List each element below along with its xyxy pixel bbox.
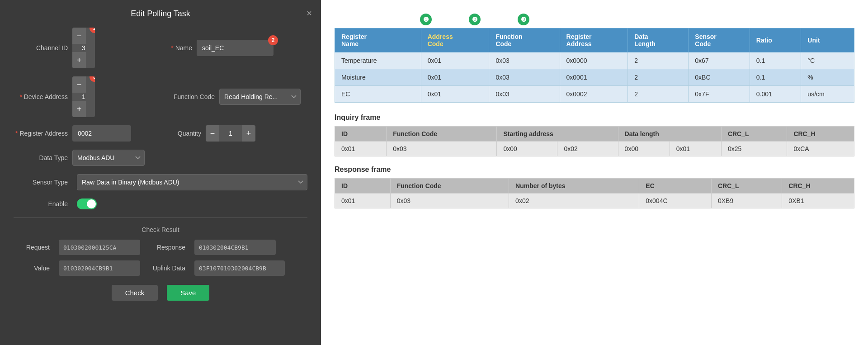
- response-input[interactable]: [194, 240, 276, 255]
- inq-col-start: Starting address: [497, 127, 618, 142]
- ref-unit-temp: °C: [801, 52, 854, 69]
- response-frame-title: Response frame: [335, 165, 854, 174]
- ref-addr-ec: 0x01: [421, 86, 489, 103]
- register-address-col: Register Address: [14, 125, 156, 142]
- ref-col-data-length: DataLength: [628, 28, 689, 52]
- inq-crcl: 0x25: [721, 142, 787, 156]
- device-address-value[interactable]: [72, 93, 95, 100]
- channel-id-input: − + 1: [72, 28, 95, 68]
- data-type-wrapper: Modbus ADU: [72, 150, 145, 166]
- quantity-value[interactable]: [219, 130, 242, 137]
- inq-col-func: Function Code: [387, 127, 497, 142]
- function-code-select[interactable]: Read Holding Re...: [219, 89, 301, 105]
- channel-id-decrement[interactable]: −: [72, 28, 86, 44]
- ref-table-head: RegisterName AddressCode FunctionCode Re…: [335, 28, 854, 52]
- ref-sensor-ec: 0x7F: [689, 86, 750, 103]
- ref-unit-ec: us/cm: [801, 86, 854, 103]
- device-address-col: Device Address − + 3: [14, 76, 156, 117]
- device-address-decrement[interactable]: −: [72, 76, 86, 93]
- enable-row: Enable: [14, 198, 307, 209]
- annotation-col2: ❶: [401, 14, 450, 25]
- close-button[interactable]: ×: [307, 8, 312, 19]
- annotation-row: ❶ ❷ ❸: [335, 14, 854, 25]
- inq-col-crcl: CRC_L: [721, 127, 787, 142]
- response-data-row: 0x01 0x03 0x02 0x004C 0XB9 0XB1: [335, 194, 854, 208]
- request-row: Request Response: [14, 240, 307, 255]
- response-label: Response: [149, 244, 185, 251]
- resp-col-crcl: CRC_L: [711, 179, 782, 194]
- ref-sensor-moisture: 0xBC: [689, 69, 750, 86]
- function-code-col: Function Code Read Holding Re...: [165, 89, 307, 105]
- ref-reg-moisture: 0x0001: [560, 69, 628, 86]
- uplink-input[interactable]: [194, 260, 285, 276]
- ref-func-moisture: 0x03: [489, 69, 560, 86]
- register-address-label: Register Address: [14, 130, 68, 137]
- annotation-circle-1: ❶: [420, 14, 432, 25]
- inq-len-1: 0x00: [618, 142, 670, 156]
- right-panel: ❶ ❷ ❸ RegisterName AddressCode FunctionC…: [321, 0, 868, 345]
- response-frame-body: 0x01 0x03 0x02 0x004C 0XB9 0XB1: [335, 194, 854, 208]
- check-button[interactable]: Check: [112, 285, 158, 301]
- enable-label: Enable: [14, 200, 68, 208]
- data-type-row: Data Type Modbus ADU: [14, 150, 307, 166]
- name-label: * Name: [165, 44, 192, 52]
- annotation-1: 1: [90, 28, 95, 33]
- ref-reg-ec: 0x0002: [560, 86, 628, 103]
- function-code-wrapper: Read Holding Re...: [219, 89, 301, 105]
- save-button[interactable]: Save: [167, 285, 209, 301]
- request-input[interactable]: [59, 240, 140, 255]
- channel-id-value[interactable]: [72, 44, 95, 52]
- inq-col-id: ID: [335, 127, 387, 142]
- modal-panel: Edit Polling Task × Channel ID − + 1 * N…: [0, 0, 321, 345]
- channel-id-row: Channel ID − + 1 * Name 2: [14, 28, 307, 68]
- sensor-type-select[interactable]: Raw Data in Binary (Modbus ADU): [77, 174, 307, 190]
- ref-col-name: RegisterName: [335, 28, 421, 52]
- value-input[interactable]: [59, 260, 140, 276]
- inq-start-1: 0x00: [497, 142, 557, 156]
- register-address-input[interactable]: [72, 125, 131, 142]
- name-input[interactable]: [197, 40, 274, 56]
- value-row: Value Uplink Data: [14, 260, 307, 276]
- sensor-type-row: Sensor Type Raw Data in Binary (Modbus A…: [14, 174, 307, 190]
- sensor-type-wrapper: Raw Data in Binary (Modbus ADU): [77, 174, 307, 190]
- value-label: Value: [14, 265, 50, 272]
- resp-bytes: 0x02: [509, 194, 639, 208]
- ref-sensor-temp: 0x67: [689, 52, 750, 69]
- resp-col-crch: CRC_H: [782, 179, 854, 194]
- device-address-input: − + 3: [72, 76, 95, 117]
- inquiry-frame-title: Inquiry frame: [335, 113, 854, 122]
- enable-toggle[interactable]: [77, 198, 97, 209]
- divider: [14, 217, 307, 218]
- inq-col-len: Data length: [618, 127, 721, 142]
- quantity-col: Quantity − +: [165, 125, 307, 142]
- ref-table-header-row: RegisterName AddressCode FunctionCode Re…: [335, 28, 854, 52]
- button-row: Check Save: [14, 285, 307, 301]
- ref-col-ratio: Ratio: [750, 28, 801, 52]
- quantity-decrement[interactable]: −: [206, 125, 219, 142]
- data-type-label: Data Type: [14, 154, 68, 161]
- ref-row-ec: EC 0x01 0x03 0x0002 2 0x7F 0.001 us/cm: [335, 86, 854, 103]
- resp-ec: 0x004C: [639, 194, 712, 208]
- ref-len-moisture: 2: [628, 69, 689, 86]
- inquiry-frame-head: ID Function Code Starting address Data l…: [335, 127, 854, 142]
- uplink-label: Uplink Data: [149, 265, 185, 272]
- ref-len-temp: 2: [628, 52, 689, 69]
- resp-col-id: ID: [335, 179, 391, 194]
- quantity-increment[interactable]: +: [242, 125, 255, 142]
- ref-name-moisture: Moisture: [335, 69, 421, 86]
- channel-id-increment[interactable]: +: [72, 52, 86, 68]
- channel-id-label: Channel ID: [14, 44, 68, 52]
- ref-ratio-ec: 0.001: [750, 86, 801, 103]
- device-address-increment[interactable]: +: [72, 101, 86, 117]
- inq-col-crch: CRC_H: [787, 127, 854, 142]
- data-type-select[interactable]: Modbus ADU: [72, 150, 145, 166]
- resp-col-func: Function Code: [390, 179, 509, 194]
- annotation-col4: ❸: [499, 14, 548, 25]
- inquiry-data-row: 0x01 0x03 0x00 0x02 0x00 0x01 0x25 0xCA: [335, 142, 854, 156]
- ref-func-ec: 0x03: [489, 86, 560, 103]
- ref-func-temp: 0x03: [489, 52, 560, 69]
- device-address-row: Device Address − + 3 Function Code Read …: [14, 76, 307, 117]
- inquiry-frame-body: 0x01 0x03 0x00 0x02 0x00 0x01 0x25 0xCA: [335, 142, 854, 156]
- channel-id-col: Channel ID − + 1: [14, 28, 156, 68]
- response-header-row: ID Function Code Number of bytes EC CRC_…: [335, 179, 854, 194]
